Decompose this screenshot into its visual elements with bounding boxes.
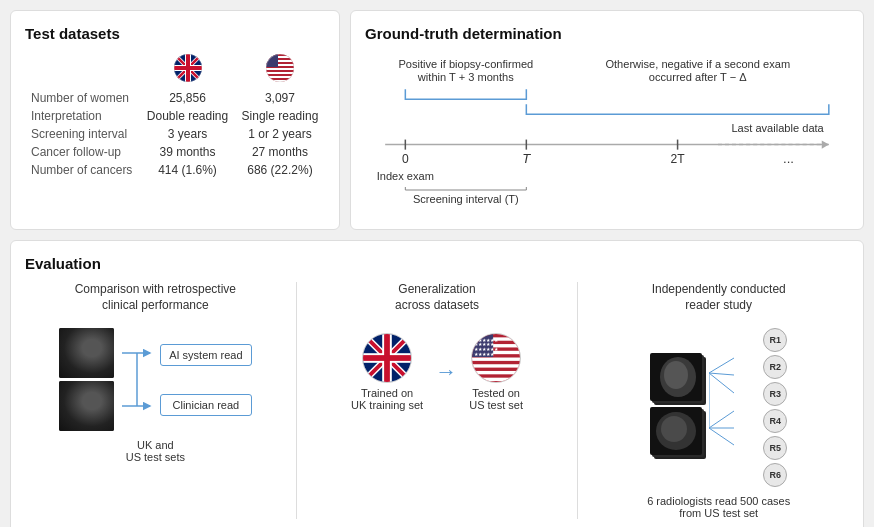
svg-rect-14 (266, 68, 294, 70)
uk-flag-icon (174, 54, 202, 82)
svg-text:...: ... (783, 151, 794, 166)
us-flag-icon (266, 54, 294, 82)
svg-line-82 (709, 428, 734, 445)
svg-line-79 (709, 373, 734, 393)
reader-r6-circle: R6 (763, 463, 787, 487)
mammogram-image-bottom (59, 381, 114, 431)
svg-point-74 (664, 361, 688, 389)
reader-r2-circle: R2 (763, 355, 787, 379)
svg-rect-66 (472, 371, 520, 374)
row-uk-value: 39 months (140, 143, 235, 161)
ground-truth-title: Ground-truth determination (365, 25, 849, 42)
eval-section-reader-study: Independently conducted reader study (588, 282, 849, 519)
svg-rect-65 (472, 364, 520, 367)
clinician-read-box: Clinician read (160, 394, 251, 416)
evaluation-sections: Comparison with retrospective clinical p… (25, 282, 849, 519)
row-us-value: 27 months (235, 143, 325, 161)
col-us-header (235, 52, 325, 89)
reader-r4-circle: R4 (763, 409, 787, 433)
svg-point-43 (67, 387, 107, 425)
svg-point-42 (79, 341, 93, 359)
svg-rect-67 (472, 378, 520, 381)
svg-text:Screening interval (T): Screening interval (T) (413, 193, 519, 205)
svg-line-78 (709, 373, 734, 375)
svg-rect-64 (472, 358, 520, 361)
row-uk-value: 414 (1.6%) (140, 161, 235, 179)
us-flag-large-icon: ★★★★★★ ★★★★★ ★★★★★★ ★★★★★ (471, 333, 521, 383)
svg-rect-8 (186, 54, 190, 82)
table-row: Number of cancers 414 (1.6%) 686 (22.2%) (25, 161, 325, 179)
row-us-value: 1 or 2 years (235, 125, 325, 143)
divider-2 (577, 282, 578, 519)
row-label: Interpretation (25, 107, 140, 125)
reader-r1-circle: R1 (763, 328, 787, 352)
row-label: Number of women (25, 89, 140, 107)
svg-rect-15 (266, 72, 294, 74)
svg-point-41 (75, 337, 99, 365)
row-us-value: 3,097 (235, 89, 325, 107)
reader-lines-icon (709, 348, 759, 468)
eval-section-generalization: Generalization across datasets (307, 282, 568, 421)
row-us-value: Single reading (235, 107, 325, 125)
svg-text:within T + 3 months: within T + 3 months (417, 71, 514, 83)
connector-lines-icon (122, 328, 152, 431)
divider-1 (296, 282, 297, 519)
ground-truth-card: Ground-truth determination Positive if b… (350, 10, 864, 230)
mammogram-image-top (59, 328, 114, 378)
top-row: Test datasets (10, 10, 864, 230)
svg-point-40 (71, 333, 107, 373)
svg-text:★★★★★: ★★★★★ (474, 352, 495, 357)
svg-point-45 (77, 396, 93, 412)
row-label: Cancer follow-up (25, 143, 140, 161)
svg-text:Positive if biopsy-confirmed: Positive if biopsy-confirmed (398, 58, 533, 70)
timeline-diagram: Positive if biopsy-confirmed within T + … (365, 52, 849, 212)
svg-text:0: 0 (402, 152, 409, 166)
generalization-flow: Trained on UK training set → (351, 333, 523, 411)
uk-us-test-sets-label: UK and US test sets (126, 439, 185, 463)
svg-rect-17 (266, 80, 294, 82)
row-uk-value: 3 years (140, 125, 235, 143)
generalization-title: Generalization across datasets (395, 282, 479, 313)
row-label: Number of cancers (25, 161, 140, 179)
svg-point-76 (661, 416, 687, 442)
svg-text:T: T (522, 151, 531, 166)
evaluation-title: Evaluation (25, 255, 849, 272)
svg-text:2T: 2T (671, 152, 686, 166)
row-us-value: 686 (22.2%) (235, 161, 325, 179)
svg-text:Otherwise, negative if a secon: Otherwise, negative if a second exam (605, 58, 790, 70)
svg-text:Last available data: Last available data (731, 123, 824, 135)
reader-study-title: Independently conducted reader study (652, 282, 786, 313)
reader-r5-circle: R5 (763, 436, 787, 460)
trained-on-label: Trained on UK training set (351, 387, 423, 411)
col-label-header (25, 52, 140, 89)
row-label: Screening interval (25, 125, 140, 143)
table-row: Screening interval 3 years 1 or 2 years (25, 125, 325, 143)
tested-on-label: Tested on US test set (469, 387, 523, 411)
uk-flag-large-icon (362, 333, 412, 383)
svg-point-44 (73, 392, 99, 418)
test-datasets-card: Test datasets (10, 10, 340, 230)
table-row: Number of women 25,856 3,097 (25, 89, 325, 107)
row-uk-value: 25,856 (140, 89, 235, 107)
radiologist-label: 6 radiologists read 500 cases from US te… (647, 495, 790, 519)
ai-system-read-box: AI system read (160, 344, 251, 366)
comparison-title: Comparison with retrospective clinical p… (75, 282, 236, 313)
row-uk-value: Double reading (140, 107, 235, 125)
svg-text:occurred after T − Δ: occurred after T − Δ (649, 71, 747, 83)
svg-line-77 (709, 358, 734, 373)
svg-rect-18 (266, 54, 278, 67)
svg-text:Index exam: Index exam (377, 170, 434, 182)
main-container: Test datasets (0, 0, 874, 527)
table-row: Cancer follow-up 39 months 27 months (25, 143, 325, 161)
svg-rect-59 (384, 334, 390, 382)
datasets-table: Number of women 25,856 3,097 Interpretat… (25, 52, 325, 179)
svg-line-80 (709, 411, 734, 428)
table-row: Interpretation Double reading Single rea… (25, 107, 325, 125)
gen-arrow-icon: → (435, 361, 457, 383)
reader-r3-circle: R3 (763, 382, 787, 406)
test-datasets-title: Test datasets (25, 25, 325, 42)
eval-section-comparison: Comparison with retrospective clinical p… (25, 282, 286, 463)
col-uk-header (140, 52, 235, 89)
evaluation-card: Evaluation Comparison with retrospective… (10, 240, 864, 527)
